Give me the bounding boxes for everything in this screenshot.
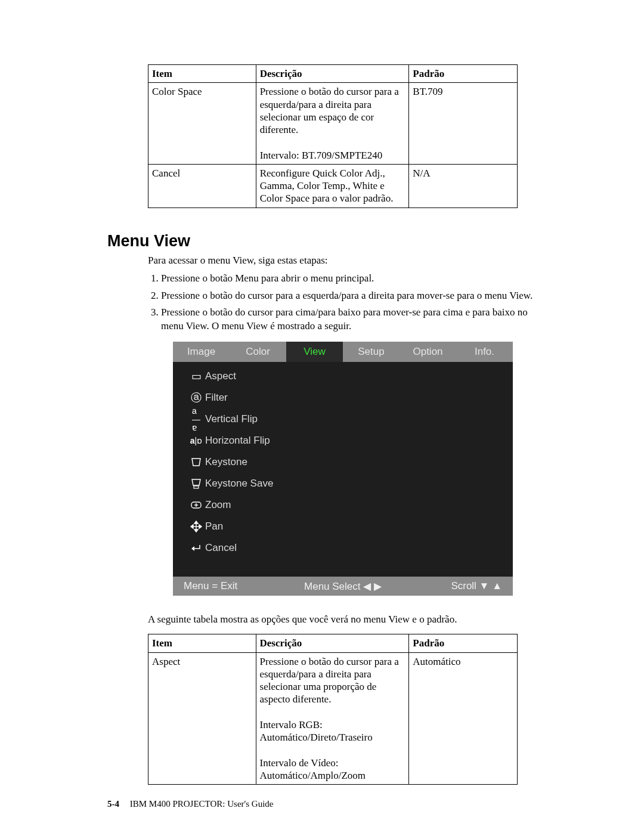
osd-footer: Menu = Exit Menu Select ◀ ▶ Scroll ▼ ▲ bbox=[173, 577, 513, 596]
osd-footer-center: Menu Select ◀ ▶ bbox=[290, 580, 396, 593]
osd-item-label: Pan bbox=[205, 521, 223, 532]
osd-item-zoom[interactable]: Zoom bbox=[173, 494, 513, 516]
pan-icon bbox=[187, 521, 205, 532]
osd-tab-setup[interactable]: Setup bbox=[343, 342, 400, 362]
keystone-save-icon bbox=[187, 478, 205, 489]
zoom-icon bbox=[187, 500, 205, 510]
th-def: Padrão bbox=[409, 634, 518, 652]
osd-item-vertical-flip[interactable]: a—ɐ Vertical Flip bbox=[173, 408, 513, 430]
vertical-flip-icon: a—ɐ bbox=[187, 407, 205, 432]
osd-tab-view[interactable]: View bbox=[286, 342, 343, 362]
th-def: Padrão bbox=[409, 65, 518, 83]
osd-item-keystone-save[interactable]: Keystone Save bbox=[173, 473, 513, 494]
osd-item-label: Cancel bbox=[205, 542, 237, 554]
osd-tabs: Image Color View Setup Option Info. bbox=[173, 342, 513, 362]
cell-def: N/A bbox=[409, 164, 518, 208]
svg-marker-9 bbox=[199, 525, 202, 528]
svg-marker-8 bbox=[191, 525, 193, 528]
osd-item-cancel[interactable]: Cancel bbox=[173, 537, 513, 559]
cell-item: Aspect bbox=[148, 652, 256, 785]
osd-tab-color[interactable]: Color bbox=[230, 342, 286, 362]
osd-menu-screenshot: Image Color View Setup Option Info. ▭ As… bbox=[173, 342, 513, 596]
page-number: 5-4 bbox=[107, 799, 119, 809]
page: Item Descrição Padrão Color Space Pressi… bbox=[0, 0, 644, 833]
svg-marker-6 bbox=[194, 521, 198, 524]
osd-tab-option[interactable]: Option bbox=[400, 342, 456, 362]
th-item: Item bbox=[148, 634, 256, 652]
page-footer-text: IBM M400 PROJECTOR: User's Guide bbox=[130, 799, 274, 809]
osd-item-label: Aspect bbox=[205, 370, 236, 382]
osd-item-filter[interactable]: ⓐ Filter bbox=[173, 387, 513, 408]
osd-item-pan[interactable]: Pan bbox=[173, 516, 513, 537]
filter-icon: ⓐ bbox=[187, 391, 205, 405]
osd-footer-right: Scroll ▼ ▲ bbox=[396, 580, 502, 592]
osd-item-label: Filter bbox=[205, 392, 228, 404]
list-item: Pressione o botão do cursor para a esque… bbox=[161, 289, 537, 303]
cell-def: Automático bbox=[409, 652, 518, 785]
bottom-option-table: Item Descrição Padrão Aspect Pressione o… bbox=[148, 634, 518, 785]
return-icon bbox=[187, 543, 205, 553]
table-row: Color Space Pressione o botão do cursor … bbox=[148, 83, 518, 165]
osd-item-label: Keystone Save bbox=[205, 478, 273, 490]
osd-item-label: Vertical Flip bbox=[205, 413, 258, 425]
table-row: Aspect Pressione o botão do cursor para … bbox=[148, 652, 518, 785]
aspect-icon: ▭ bbox=[187, 370, 205, 383]
top-option-table: Item Descrição Padrão Color Space Pressi… bbox=[148, 64, 518, 208]
section-heading: Menu View bbox=[107, 232, 537, 250]
th-desc: Descrição bbox=[256, 634, 409, 652]
cell-desc: Pressione o botão do cursor para a esque… bbox=[256, 652, 409, 785]
below-paragraph: A seguinte tabela mostra as opções que v… bbox=[148, 614, 537, 625]
osd-body: ▭ Aspect ⓐ Filter a—ɐ Vertical Flip a|ɒ … bbox=[173, 362, 513, 577]
cell-item: Cancel bbox=[148, 164, 256, 208]
osd-item-label: Keystone bbox=[205, 456, 247, 468]
table-row: Cancel Reconfigure Quick Color Adj., Gam… bbox=[148, 164, 518, 208]
intro-paragraph: Para acessar o menu View, siga estas eta… bbox=[148, 254, 537, 267]
th-desc: Descrição bbox=[256, 65, 409, 83]
th-item: Item bbox=[148, 65, 256, 83]
osd-footer-left: Menu = Exit bbox=[184, 580, 290, 592]
steps-list: Pressione o botão Menu para abrir o menu… bbox=[148, 272, 537, 334]
osd-tab-image[interactable]: Image bbox=[173, 342, 230, 362]
cell-desc: Pressione o botão do cursor para a esque… bbox=[256, 83, 409, 165]
svg-marker-10 bbox=[191, 546, 194, 551]
osd-item-label: Zoom bbox=[205, 499, 231, 511]
cell-desc: Reconfigure Quick Color Adj., Gamma, Col… bbox=[256, 164, 409, 208]
list-item: Pressione o botão Menu para abrir o menu… bbox=[161, 272, 537, 286]
cell-item: Color Space bbox=[148, 83, 256, 165]
osd-item-horizontal-flip[interactable]: a|ɒ Horizontal Flip bbox=[173, 430, 513, 451]
keystone-icon bbox=[187, 457, 205, 467]
osd-item-keystone[interactable]: Keystone bbox=[173, 451, 513, 473]
list-item: Pressione o botão do cursor para cima/pa… bbox=[161, 306, 537, 333]
cell-def: BT.709 bbox=[409, 83, 518, 165]
svg-marker-7 bbox=[194, 529, 198, 532]
svg-rect-0 bbox=[194, 486, 199, 488]
horizontal-flip-icon: a|ɒ bbox=[187, 436, 205, 445]
table-header-row: Item Descrição Padrão bbox=[148, 634, 518, 652]
table-header-row: Item Descrição Padrão bbox=[148, 65, 518, 83]
page-footer: 5-4 IBM M400 PROJECTOR: User's Guide bbox=[107, 799, 274, 809]
osd-item-aspect[interactable]: ▭ Aspect bbox=[173, 366, 513, 387]
osd-tab-info[interactable]: Info. bbox=[456, 342, 513, 362]
osd-item-label: Horizontal Flip bbox=[205, 435, 270, 447]
